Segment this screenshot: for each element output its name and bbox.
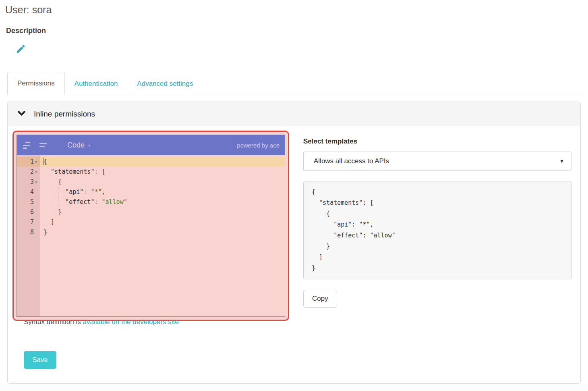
compact-icon [39, 143, 47, 144]
fold-caret-icon[interactable]: ▾ [34, 157, 38, 167]
gutter-line-7: 7 [17, 217, 40, 227]
code-token: "effect" [65, 198, 94, 206]
code-token [43, 168, 51, 175]
template-preview-code: { "statements": [ { "api": "*", "effect"… [312, 187, 563, 274]
line-number: 5 [30, 197, 34, 207]
tab-advanced-settings[interactable]: Advanced settings [127, 73, 203, 95]
templates-dropdown-value: Allows all access to APIs [314, 157, 389, 165]
code-token: " [102, 198, 106, 206]
line-number: 3 [30, 177, 34, 187]
template-preview-box: { "statements": [ { "api": "*", "effect"… [303, 181, 571, 279]
code-token: } [43, 208, 62, 216]
page-title: User: sora [5, 4, 52, 16]
tab-authentication[interactable]: Authentication [65, 73, 128, 95]
code-token: , [102, 188, 106, 196]
gutter-line-3[interactable]: 3▾ [17, 177, 40, 187]
powered-by-ace-label: powered by ace [237, 142, 280, 149]
line-number: 7 [30, 217, 34, 227]
code-token: "statements" [51, 168, 94, 175]
gutter-line-5: 5 [17, 197, 40, 207]
code-token: { [43, 158, 47, 165]
save-button[interactable]: Save [24, 351, 56, 369]
code-token: "api" [65, 188, 83, 196]
copy-button[interactable]: Copy [303, 290, 337, 308]
select-templates-label: Select templates [303, 137, 571, 146]
gutter-line-2[interactable]: 2▾ [17, 167, 40, 177]
code-line-7[interactable]: ] [40, 217, 285, 227]
gutter-line-6: 6 [17, 207, 40, 217]
gutter-line-4: 4 [17, 187, 40, 197]
gutter-line-8: 8 [17, 227, 40, 237]
dropdown-caret-icon: ▼ [559, 158, 564, 164]
code-line-3[interactable]: { [40, 177, 285, 187]
fold-caret-icon[interactable]: ▾ [34, 177, 38, 187]
code-line-8[interactable]: } [40, 227, 285, 237]
code-token: [ [98, 168, 105, 175]
code-token: allow [106, 198, 124, 206]
templates-dropdown[interactable]: Allows all access to APIs ▼ [303, 152, 571, 171]
json-editor: Code ▾ powered by ace 1▾2▾3▾45678 { "sta… [17, 135, 285, 317]
code-line-1[interactable]: { [40, 157, 285, 167]
format-json-button[interactable] [22, 139, 34, 151]
chevron-down-icon [18, 110, 25, 118]
format-icon [25, 142, 30, 143]
code-line-5[interactable]: "effect": "allow" [40, 197, 285, 207]
code-token: " [124, 198, 127, 206]
code-line-6[interactable]: } [40, 207, 285, 217]
editor-mode-dropdown[interactable]: Code ▾ [65, 141, 93, 150]
code-token: " [98, 188, 101, 196]
code-line-2[interactable]: "statements": [ [40, 167, 285, 177]
code-token: } [43, 229, 47, 236]
fold-caret-icon[interactable]: ▾ [34, 167, 38, 177]
editor-menu-bar: Code ▾ powered by ace [17, 135, 285, 155]
line-number: 1 [30, 157, 34, 167]
code-token [43, 188, 65, 196]
gutter-line-1[interactable]: 1▾ [17, 157, 40, 167]
line-number: 2 [30, 167, 34, 177]
line-number: 6 [30, 207, 34, 217]
tab-bar: PermissionsAuthenticationAdvanced settin… [7, 72, 582, 95]
code-token [98, 198, 101, 206]
code-token: ] [43, 218, 54, 226]
compact-json-button[interactable] [39, 139, 52, 151]
ace-editor-area[interactable]: 1▾2▾3▾45678 { "statements": [ { "api": "… [17, 155, 285, 316]
code-token [43, 198, 65, 206]
templates-column: Select templates Allows all access to AP… [303, 137, 571, 308]
tab-permissions[interactable]: Permissions [7, 72, 65, 95]
code-token: { [43, 178, 62, 185]
caret-down-icon: ▾ [88, 143, 90, 148]
editor-code-pane[interactable]: { "statements": [ { "api": "*", "effect"… [40, 155, 285, 316]
line-number: 8 [30, 227, 34, 237]
inline-permissions-header[interactable]: Inline permissions [8, 102, 580, 126]
description-label: Description [6, 27, 46, 35]
permissions-panel: Inline permissions Code ▾ powered by ace [7, 102, 581, 384]
line-number: 4 [30, 187, 34, 197]
editor-gutter: 1▾2▾3▾45678 [17, 155, 40, 316]
code-line-4[interactable]: "api": "*", [40, 187, 285, 197]
edit-description-button[interactable] [14, 44, 27, 56]
editor-mode-label: Code [67, 141, 85, 150]
inline-permissions-title: Inline permissions [34, 110, 95, 119]
permissions-code-editor: Code ▾ powered by ace 1▾2▾3▾45678 { "sta… [12, 131, 289, 321]
pencil-icon [15, 50, 26, 56]
